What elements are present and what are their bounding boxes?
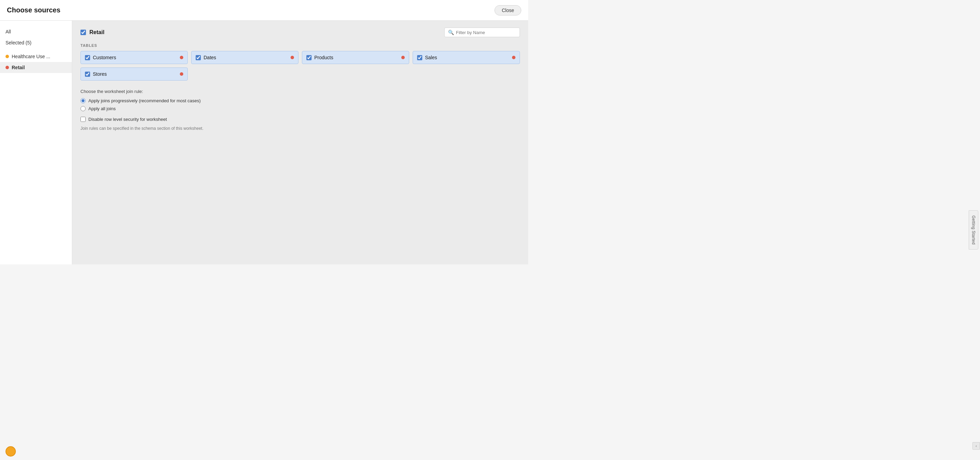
header: Choose sources Close xyxy=(0,0,528,21)
join-rule-label: Choose the worksheet join rule: xyxy=(81,89,520,94)
sidebar-item-healthcare[interactable]: Healthcare Use ... xyxy=(0,51,72,62)
table-card-sales[interactable]: Sales xyxy=(413,51,520,64)
customers-checkbox[interactable] xyxy=(85,55,90,60)
radio-progressive[interactable]: Apply joins progressively (recommended f… xyxy=(81,98,520,103)
source-title-row: Retail xyxy=(81,29,105,35)
disable-security-label: Disable row level security for worksheet xyxy=(88,117,167,122)
source-name: Retail xyxy=(89,29,105,35)
sales-dot xyxy=(512,56,515,59)
healthcare-label: Healthcare Use ... xyxy=(12,54,50,59)
tables-grid-row2: Stores xyxy=(81,67,520,81)
main-layout: All Selected (5) Healthcare Use ... Reta… xyxy=(0,21,528,264)
sidebar-item-selected[interactable]: Selected (5) xyxy=(0,37,72,48)
dates-checkbox[interactable] xyxy=(196,55,201,60)
table-card-products[interactable]: Products xyxy=(302,51,409,64)
stores-dot xyxy=(180,72,183,76)
source-header: Retail 🔍 xyxy=(81,27,520,37)
disable-security-option[interactable]: Disable row level security for worksheet xyxy=(81,117,520,122)
products-checkbox[interactable] xyxy=(306,55,312,60)
sidebar-item-retail[interactable]: Retail xyxy=(0,62,72,73)
tables-grid-row1: Customers Dates Products xyxy=(81,51,520,64)
radio-progressive-label: Apply joins progressively (recommended f… xyxy=(88,98,201,103)
retail-label: Retail xyxy=(12,65,25,70)
content-area: Retail 🔍 TABLES Customers Dates xyxy=(72,21,528,264)
retail-source-checkbox[interactable] xyxy=(81,30,86,35)
search-icon: 🔍 xyxy=(448,30,454,35)
table-card-dates[interactable]: Dates xyxy=(191,51,299,64)
dates-label: Dates xyxy=(204,55,216,60)
join-rule-section: Choose the worksheet join rule: Apply jo… xyxy=(81,89,520,111)
stores-label: Stores xyxy=(93,71,107,77)
filter-input[interactable] xyxy=(456,30,516,35)
sales-label: Sales xyxy=(425,55,437,60)
selected-label: Selected (5) xyxy=(5,40,31,45)
disable-security-checkbox[interactable] xyxy=(81,117,86,122)
retail-dot xyxy=(5,66,9,69)
customers-label: Customers xyxy=(93,55,116,60)
table-card-stores[interactable]: Stores xyxy=(81,67,188,81)
filter-input-wrap: 🔍 xyxy=(444,27,520,37)
radio-all-joins-label: Apply all joins xyxy=(88,106,116,111)
close-button[interactable]: Close xyxy=(495,5,521,16)
tables-section-label: TABLES xyxy=(81,43,520,48)
table-card-customers[interactable]: Customers xyxy=(81,51,188,64)
customers-dot xyxy=(180,56,183,59)
all-label: All xyxy=(5,29,11,34)
sidebar-item-all[interactable]: All xyxy=(0,26,72,37)
products-dot xyxy=(401,56,405,59)
healthcare-dot xyxy=(5,55,9,58)
dates-dot xyxy=(291,56,294,59)
sidebar: All Selected (5) Healthcare Use ... Reta… xyxy=(0,21,72,264)
stores-checkbox[interactable] xyxy=(85,72,90,77)
radio-progressive-input[interactable] xyxy=(81,98,86,103)
radio-all-joins[interactable]: Apply all joins xyxy=(81,106,520,111)
sales-checkbox[interactable] xyxy=(417,55,422,60)
radio-all-joins-input[interactable] xyxy=(81,106,86,111)
page-title: Choose sources xyxy=(7,6,60,14)
products-label: Products xyxy=(314,55,333,60)
join-note: Join rules can be specified in the schem… xyxy=(81,126,520,131)
